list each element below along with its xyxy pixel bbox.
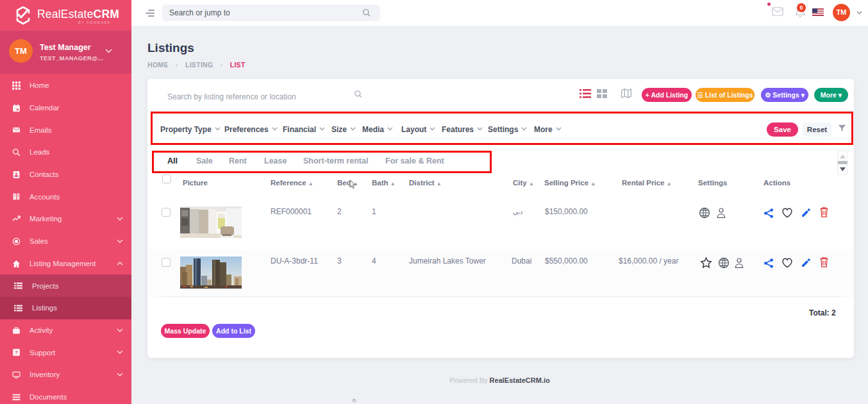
svg-text:?: ?	[15, 349, 18, 355]
